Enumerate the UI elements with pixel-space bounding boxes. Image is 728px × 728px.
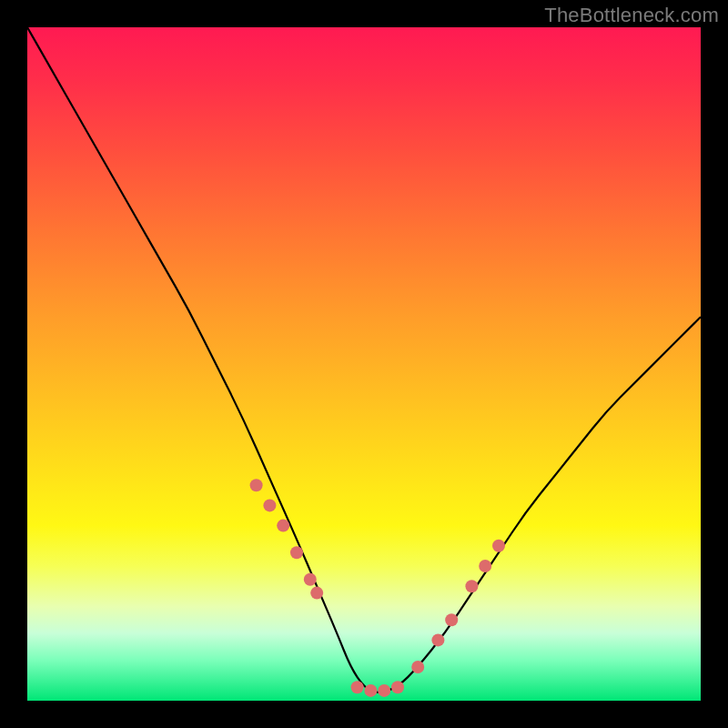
watermark-text: TheBottleneck.com [544, 4, 719, 27]
marker-point [310, 587, 323, 600]
marker-point [479, 560, 491, 572]
bottleneck-curve [27, 27, 701, 693]
marker-point [431, 633, 444, 646]
marker-point [290, 546, 303, 559]
marker-point [304, 573, 317, 586]
marker-point [250, 479, 263, 491]
marker-point [465, 580, 478, 592]
marker-point [445, 613, 458, 626]
curve-layer [27, 27, 701, 701]
marker-point [351, 681, 364, 693]
marker-point [378, 684, 390, 697]
highlight-markers [250, 479, 505, 697]
marker-point [391, 681, 404, 693]
chart-frame: TheBottleneck.com [0, 0, 728, 728]
marker-point [364, 684, 377, 697]
marker-point [492, 540, 505, 552]
marker-point [277, 520, 289, 532]
marker-point [411, 661, 424, 673]
plot-area [27, 27, 701, 701]
marker-point [263, 499, 276, 511]
